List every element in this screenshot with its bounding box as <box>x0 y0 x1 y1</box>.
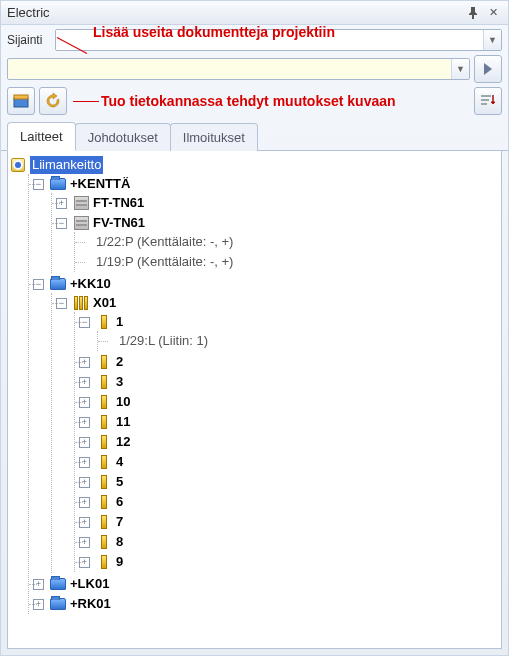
node-x01-item[interactable]: 5 <box>116 473 123 491</box>
terminal-icon <box>96 434 112 450</box>
terminal-icon <box>96 474 112 490</box>
toggle-x01-item[interactable]: + <box>79 357 90 368</box>
svg-rect-3 <box>481 99 489 101</box>
add-documents-button[interactable] <box>7 87 35 115</box>
terminal-icon <box>96 554 112 570</box>
folder-icon <box>50 276 66 292</box>
toggle-fv[interactable]: − <box>56 218 67 229</box>
svg-rect-4 <box>481 103 487 105</box>
toggle-x01-item[interactable]: + <box>79 457 90 468</box>
refresh-db-icon <box>44 92 62 110</box>
node-x01-item[interactable]: 10 <box>116 393 130 411</box>
toggle-x01-item[interactable]: + <box>79 417 90 428</box>
device-icon <box>73 195 89 211</box>
panel-title: Electric <box>7 5 462 20</box>
toggle-x01-item[interactable]: + <box>79 517 90 528</box>
toggle-x01-item[interactable]: + <box>79 497 90 508</box>
svg-rect-1 <box>14 95 28 99</box>
device-icon <box>73 215 89 231</box>
terminal-icon <box>96 534 112 550</box>
toggle-x01-item[interactable]: + <box>79 377 90 388</box>
node-x01[interactable]: X01 <box>93 294 116 312</box>
leaf-marker <box>79 237 90 248</box>
device-tree[interactable]: Liimankeitto − +KENTTÄ + <box>7 151 502 649</box>
panel-titlebar: Electric ✕ <box>1 1 508 25</box>
tab-ilmoitukset[interactable]: Ilmoitukset <box>170 123 258 151</box>
fv-child-1[interactable]: 1/19:P (Kenttälaite: -, +) <box>96 253 233 271</box>
tab-strip: Laitteet Johdotukset Ilmoitukset <box>1 121 508 151</box>
toolbar: Tuo tietokannassa tehdyt muutokset kuvaa… <box>1 85 508 121</box>
node-x01-item[interactable]: 4 <box>116 453 123 471</box>
node-kk10[interactable]: +KK10 <box>70 275 111 293</box>
sort-icon <box>479 92 497 110</box>
toggle-lk01[interactable]: + <box>33 579 44 590</box>
node-x01-item[interactable]: 3 <box>116 373 123 391</box>
terminal-icon <box>96 494 112 510</box>
location-label: Sijainti <box>7 33 51 47</box>
go-button[interactable] <box>474 55 502 83</box>
electric-panel: Electric ✕ Sijainti ▼ Lisää useita dokum… <box>0 0 509 656</box>
terminal-icon <box>96 394 112 410</box>
terminal-icon <box>96 514 112 530</box>
terminal-block-icon <box>73 295 89 311</box>
tab-johdotukset[interactable]: Johdotukset <box>75 123 171 151</box>
annotation-refresh: Tuo tietokannassa tehdyt muutokset kuvaa… <box>101 93 396 109</box>
refresh-from-db-button[interactable] <box>39 87 67 115</box>
toggle-x01-item[interactable]: + <box>79 477 90 488</box>
node-x01-item[interactable]: 7 <box>116 513 123 531</box>
toggle-x01[interactable]: − <box>56 298 67 309</box>
toggle-x01-item[interactable]: + <box>79 397 90 408</box>
box-blue-icon <box>12 92 30 110</box>
filter-dropdown-button[interactable]: ▼ <box>451 59 469 79</box>
location-input[interactable] <box>56 33 483 47</box>
toggle-x01-item[interactable]: + <box>79 437 90 448</box>
node-x01-item[interactable]: 6 <box>116 493 123 511</box>
toggle-ft[interactable]: + <box>56 198 67 209</box>
toggle-x01-1[interactable]: − <box>79 317 90 328</box>
play-icon <box>483 63 493 75</box>
filter-combo[interactable]: ▼ <box>7 58 470 80</box>
top-controls: Sijainti ▼ Lisää useita dokumentteja pro… <box>1 25 508 85</box>
toggle-x01-item[interactable]: + <box>79 557 90 568</box>
toggle-kk10[interactable]: − <box>33 279 44 290</box>
node-kentta[interactable]: +KENTTÄ <box>70 175 130 193</box>
terminal-icon <box>96 414 112 430</box>
svg-rect-2 <box>481 95 491 97</box>
pin-icon <box>468 7 478 19</box>
root-icon <box>10 157 26 173</box>
node-fv-tn61[interactable]: FV-TN61 <box>93 214 145 232</box>
terminal-icon <box>96 314 112 330</box>
node-lk01[interactable]: +LK01 <box>70 575 109 593</box>
toggle-x01-item[interactable]: + <box>79 537 90 548</box>
toggle-kentta[interactable]: − <box>33 179 44 190</box>
folder-icon <box>50 576 66 592</box>
fv-child-0[interactable]: 1/22:P (Kenttälaite: -, +) <box>96 233 233 251</box>
tab-laitteet[interactable]: Laitteet <box>7 122 76 151</box>
annotation-line-2 <box>73 101 99 102</box>
location-dropdown-button[interactable]: ▼ <box>483 30 501 50</box>
node-x01-item[interactable]: 2 <box>116 353 123 371</box>
leaf-marker <box>79 257 90 268</box>
node-x01-1[interactable]: 1 <box>116 313 123 331</box>
pin-button[interactable] <box>464 5 482 21</box>
filter-input[interactable] <box>8 62 451 76</box>
sort-button[interactable] <box>474 87 502 115</box>
toggle-rk01[interactable]: + <box>33 599 44 610</box>
node-x01-item[interactable]: 12 <box>116 433 130 451</box>
node-ft-tn61[interactable]: FT-TN61 <box>93 194 144 212</box>
close-button[interactable]: ✕ <box>484 5 502 21</box>
node-x01-item[interactable]: 9 <box>116 553 123 571</box>
node-x01-item[interactable]: 11 <box>116 413 130 431</box>
node-x01-item[interactable]: 8 <box>116 533 123 551</box>
folder-icon <box>50 596 66 612</box>
terminal-icon <box>96 374 112 390</box>
location-combo[interactable]: ▼ <box>55 29 502 51</box>
terminal-icon <box>96 454 112 470</box>
leaf-marker <box>102 336 113 347</box>
tree-root[interactable]: Liimankeitto <box>30 156 103 174</box>
folder-icon <box>50 176 66 192</box>
terminal-icon <box>96 354 112 370</box>
x01-1-child[interactable]: 1/29:L (Liitin: 1) <box>119 332 208 350</box>
node-rk01[interactable]: +RK01 <box>70 595 111 613</box>
